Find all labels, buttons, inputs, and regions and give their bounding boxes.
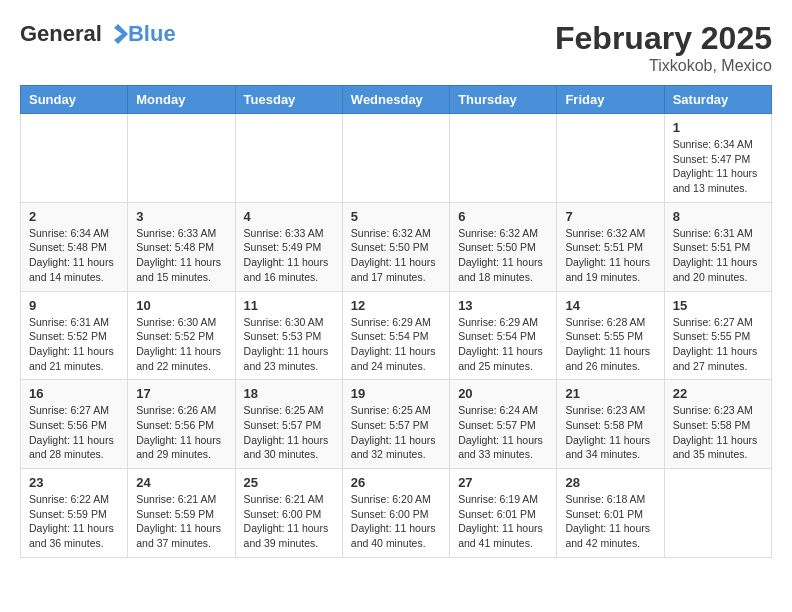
calendar-cell: 24Sunrise: 6:21 AM Sunset: 5:59 PM Dayli… <box>128 469 235 558</box>
day-number: 7 <box>565 209 655 224</box>
calendar-week-5: 23Sunrise: 6:22 AM Sunset: 5:59 PM Dayli… <box>21 469 772 558</box>
calendar-cell: 10Sunrise: 6:30 AM Sunset: 5:52 PM Dayli… <box>128 291 235 380</box>
calendar-cell: 13Sunrise: 6:29 AM Sunset: 5:54 PM Dayli… <box>450 291 557 380</box>
day-info: Sunrise: 6:21 AM Sunset: 6:00 PM Dayligh… <box>244 492 334 551</box>
day-info: Sunrise: 6:27 AM Sunset: 5:56 PM Dayligh… <box>29 403 119 462</box>
day-info: Sunrise: 6:30 AM Sunset: 5:53 PM Dayligh… <box>244 315 334 374</box>
calendar-cell: 18Sunrise: 6:25 AM Sunset: 5:57 PM Dayli… <box>235 380 342 469</box>
day-number: 19 <box>351 386 441 401</box>
location: Tixkokob, Mexico <box>555 57 772 75</box>
day-info: Sunrise: 6:21 AM Sunset: 5:59 PM Dayligh… <box>136 492 226 551</box>
day-number: 12 <box>351 298 441 313</box>
calendar-cell <box>128 114 235 203</box>
calendar-week-2: 2Sunrise: 6:34 AM Sunset: 5:48 PM Daylig… <box>21 202 772 291</box>
day-number: 10 <box>136 298 226 313</box>
calendar-cell: 20Sunrise: 6:24 AM Sunset: 5:57 PM Dayli… <box>450 380 557 469</box>
calendar-header-row: SundayMondayTuesdayWednesdayThursdayFrid… <box>21 86 772 114</box>
calendar-cell <box>450 114 557 203</box>
calendar-week-4: 16Sunrise: 6:27 AM Sunset: 5:56 PM Dayli… <box>21 380 772 469</box>
day-number: 4 <box>244 209 334 224</box>
day-number: 2 <box>29 209 119 224</box>
day-number: 8 <box>673 209 763 224</box>
calendar-cell: 25Sunrise: 6:21 AM Sunset: 6:00 PM Dayli… <box>235 469 342 558</box>
column-header-sunday: Sunday <box>21 86 128 114</box>
calendar-cell: 12Sunrise: 6:29 AM Sunset: 5:54 PM Dayli… <box>342 291 449 380</box>
column-header-tuesday: Tuesday <box>235 86 342 114</box>
column-header-monday: Monday <box>128 86 235 114</box>
calendar-cell: 4Sunrise: 6:33 AM Sunset: 5:49 PM Daylig… <box>235 202 342 291</box>
day-info: Sunrise: 6:26 AM Sunset: 5:56 PM Dayligh… <box>136 403 226 462</box>
calendar-cell: 7Sunrise: 6:32 AM Sunset: 5:51 PM Daylig… <box>557 202 664 291</box>
calendar-week-1: 1Sunrise: 6:34 AM Sunset: 5:47 PM Daylig… <box>21 114 772 203</box>
calendar-cell: 16Sunrise: 6:27 AM Sunset: 5:56 PM Dayli… <box>21 380 128 469</box>
day-number: 3 <box>136 209 226 224</box>
calendar-cell <box>235 114 342 203</box>
calendar-cell: 22Sunrise: 6:23 AM Sunset: 5:58 PM Dayli… <box>664 380 771 469</box>
day-number: 1 <box>673 120 763 135</box>
day-info: Sunrise: 6:24 AM Sunset: 5:57 PM Dayligh… <box>458 403 548 462</box>
day-info: Sunrise: 6:25 AM Sunset: 5:57 PM Dayligh… <box>244 403 334 462</box>
day-number: 21 <box>565 386 655 401</box>
logo-text-general: General <box>20 21 102 47</box>
day-number: 25 <box>244 475 334 490</box>
day-info: Sunrise: 6:33 AM Sunset: 5:49 PM Dayligh… <box>244 226 334 285</box>
column-header-wednesday: Wednesday <box>342 86 449 114</box>
day-number: 28 <box>565 475 655 490</box>
calendar-cell: 2Sunrise: 6:34 AM Sunset: 5:48 PM Daylig… <box>21 202 128 291</box>
day-number: 17 <box>136 386 226 401</box>
calendar-cell: 15Sunrise: 6:27 AM Sunset: 5:55 PM Dayli… <box>664 291 771 380</box>
calendar-cell: 28Sunrise: 6:18 AM Sunset: 6:01 PM Dayli… <box>557 469 664 558</box>
calendar-cell: 5Sunrise: 6:32 AM Sunset: 5:50 PM Daylig… <box>342 202 449 291</box>
day-number: 26 <box>351 475 441 490</box>
day-number: 27 <box>458 475 548 490</box>
month-year: February 2025 <box>555 20 772 57</box>
day-info: Sunrise: 6:25 AM Sunset: 5:57 PM Dayligh… <box>351 403 441 462</box>
calendar-cell: 14Sunrise: 6:28 AM Sunset: 5:55 PM Dayli… <box>557 291 664 380</box>
day-number: 18 <box>244 386 334 401</box>
day-info: Sunrise: 6:29 AM Sunset: 5:54 PM Dayligh… <box>351 315 441 374</box>
title-block: February 2025 Tixkokob, Mexico <box>555 20 772 75</box>
day-number: 13 <box>458 298 548 313</box>
day-info: Sunrise: 6:29 AM Sunset: 5:54 PM Dayligh… <box>458 315 548 374</box>
column-header-saturday: Saturday <box>664 86 771 114</box>
calendar-cell: 11Sunrise: 6:30 AM Sunset: 5:53 PM Dayli… <box>235 291 342 380</box>
calendar-cell: 9Sunrise: 6:31 AM Sunset: 5:52 PM Daylig… <box>21 291 128 380</box>
calendar-cell: 8Sunrise: 6:31 AM Sunset: 5:51 PM Daylig… <box>664 202 771 291</box>
logo: General Blue <box>20 20 176 48</box>
day-info: Sunrise: 6:34 AM Sunset: 5:48 PM Dayligh… <box>29 226 119 285</box>
calendar-cell: 6Sunrise: 6:32 AM Sunset: 5:50 PM Daylig… <box>450 202 557 291</box>
calendar-cell <box>664 469 771 558</box>
calendar-cell: 21Sunrise: 6:23 AM Sunset: 5:58 PM Dayli… <box>557 380 664 469</box>
day-info: Sunrise: 6:23 AM Sunset: 5:58 PM Dayligh… <box>673 403 763 462</box>
day-info: Sunrise: 6:23 AM Sunset: 5:58 PM Dayligh… <box>565 403 655 462</box>
day-info: Sunrise: 6:32 AM Sunset: 5:51 PM Dayligh… <box>565 226 655 285</box>
day-info: Sunrise: 6:22 AM Sunset: 5:59 PM Dayligh… <box>29 492 119 551</box>
day-info: Sunrise: 6:19 AM Sunset: 6:01 PM Dayligh… <box>458 492 548 551</box>
day-info: Sunrise: 6:18 AM Sunset: 6:01 PM Dayligh… <box>565 492 655 551</box>
logo-text-blue: Blue <box>128 21 176 47</box>
day-info: Sunrise: 6:33 AM Sunset: 5:48 PM Dayligh… <box>136 226 226 285</box>
column-header-friday: Friday <box>557 86 664 114</box>
calendar-cell: 23Sunrise: 6:22 AM Sunset: 5:59 PM Dayli… <box>21 469 128 558</box>
day-info: Sunrise: 6:32 AM Sunset: 5:50 PM Dayligh… <box>458 226 548 285</box>
calendar-cell <box>557 114 664 203</box>
calendar-cell: 3Sunrise: 6:33 AM Sunset: 5:48 PM Daylig… <box>128 202 235 291</box>
page-header: General Blue February 2025 Tixkokob, Mex… <box>20 20 772 75</box>
day-info: Sunrise: 6:31 AM Sunset: 5:52 PM Dayligh… <box>29 315 119 374</box>
day-number: 9 <box>29 298 119 313</box>
day-info: Sunrise: 6:27 AM Sunset: 5:55 PM Dayligh… <box>673 315 763 374</box>
column-header-thursday: Thursday <box>450 86 557 114</box>
day-number: 11 <box>244 298 334 313</box>
day-number: 20 <box>458 386 548 401</box>
calendar-cell: 1Sunrise: 6:34 AM Sunset: 5:47 PM Daylig… <box>664 114 771 203</box>
day-info: Sunrise: 6:31 AM Sunset: 5:51 PM Dayligh… <box>673 226 763 285</box>
day-number: 5 <box>351 209 441 224</box>
day-info: Sunrise: 6:32 AM Sunset: 5:50 PM Dayligh… <box>351 226 441 285</box>
calendar-week-3: 9Sunrise: 6:31 AM Sunset: 5:52 PM Daylig… <box>21 291 772 380</box>
day-number: 14 <box>565 298 655 313</box>
day-info: Sunrise: 6:30 AM Sunset: 5:52 PM Dayligh… <box>136 315 226 374</box>
calendar-cell <box>21 114 128 203</box>
calendar-cell: 27Sunrise: 6:19 AM Sunset: 6:01 PM Dayli… <box>450 469 557 558</box>
day-number: 15 <box>673 298 763 313</box>
day-number: 6 <box>458 209 548 224</box>
